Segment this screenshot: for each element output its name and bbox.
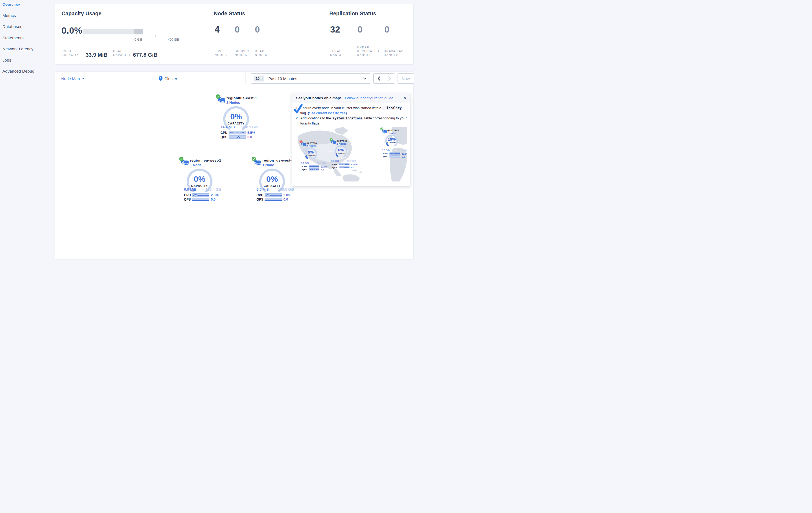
toolbar-divider xyxy=(245,73,246,84)
capacity-gauge: 9% CAPACITY xyxy=(303,146,318,161)
breadcrumb[interactable]: Cluster xyxy=(159,72,177,85)
region-nodes-link[interactable]: 2 Nodes xyxy=(226,101,240,105)
cpu-value: 12.3% xyxy=(402,153,407,155)
locality-name: geo=ams xyxy=(387,129,399,132)
step-text: Ensure every node in your cluster was st… xyxy=(300,106,382,110)
qps-value: 0.0 xyxy=(402,155,405,158)
capacity-total: 169.5 GiB xyxy=(278,187,294,191)
node-map-card: Node Map Cluster 10m Past 10 Minutes xyxy=(55,72,414,259)
svg-text:1: 1 xyxy=(300,141,302,143)
region-name: region=eu-west-1 xyxy=(190,158,221,162)
sidebar-item-metrics[interactable]: Metrics xyxy=(2,13,16,18)
popup-header: See your nodes on a map! Follow our conf… xyxy=(292,93,410,103)
setup-step-2: Add locations to the system.locations ta… xyxy=(296,116,407,126)
map-node-geo-nyc: geo=nyc 2 Nodes 6% CAPACITY 3.7 GiB 65.7… xyxy=(330,138,358,182)
cpu-label: CPU xyxy=(302,165,307,168)
qps-sparkline xyxy=(339,166,349,168)
region-nodes-link[interactable]: 1 Node xyxy=(190,163,201,167)
qps-value: 0.0 xyxy=(283,198,288,201)
capacity-caption: CAPACITY xyxy=(222,122,250,125)
sidebar-item-overview[interactable]: Overview xyxy=(2,2,20,7)
time-range-badge: 10m xyxy=(254,76,264,81)
sidebar-item-statements[interactable]: Statements xyxy=(2,35,23,40)
map-toolbar: Node Map Cluster 10m Past 10 Minutes xyxy=(55,72,413,85)
node-map-setup-popup: See your nodes on a map! Follow our conf… xyxy=(292,93,410,187)
healthy-status-icon xyxy=(380,128,383,131)
capacity-used: 14.4 MiB xyxy=(221,125,235,129)
sidebar-item-network-latency[interactable]: Network Latency xyxy=(2,47,33,51)
cpu-sparkline xyxy=(389,153,400,155)
map-node-geo-ams: geo=ams 1 Node 10% CAPACITY 3.6 GiB 34.4… xyxy=(381,128,407,174)
qps-label: QPS xyxy=(184,198,191,201)
dead-nodes-count: 0 xyxy=(255,24,260,35)
chevron-down-icon xyxy=(82,78,85,79)
region-widget-us-east-1[interactable]: region=us-east-1 2 Nodes 0% CAPACITY 14.… xyxy=(217,94,262,141)
capacity-tick xyxy=(173,35,173,37)
view-mode-dropdown[interactable]: Node Map xyxy=(61,72,85,85)
capacity-percent: 9% xyxy=(303,150,318,154)
cpu-label: CPU xyxy=(221,131,227,135)
sidebar-item-advanced-debug[interactable]: Advanced Debug xyxy=(2,69,34,74)
under-replicated-label: UNDER-REPLICATED RANGES xyxy=(357,46,384,57)
time-step-back-button[interactable] xyxy=(374,74,384,83)
region-name: region=us-west-1 xyxy=(262,158,294,162)
capacity-used: 3.7 GiB xyxy=(331,160,339,162)
time-range-label: Past 10 Minutes xyxy=(268,76,297,81)
qps-label: QPS xyxy=(221,135,227,139)
capacity-caption: CAPACITY xyxy=(384,142,399,143)
sidebar-item-databases[interactable]: Databases xyxy=(2,24,22,29)
locality-name: geo=nyc xyxy=(337,139,348,142)
view-mode-label: Node Map xyxy=(61,76,80,81)
system-locations-code: system.locations xyxy=(332,116,364,120)
blue-check-icon xyxy=(294,104,303,114)
replication-status-title: Replication Status xyxy=(329,10,376,17)
qps-label: QPS xyxy=(383,155,387,158)
capacity-tick-label-400: 400 GiB xyxy=(168,38,179,41)
time-step-forward-button[interactable] xyxy=(384,74,395,83)
live-nodes-count: 4 xyxy=(214,24,220,35)
step-text: ) xyxy=(346,111,347,115)
qps-value: 0.0 xyxy=(351,166,354,169)
capacity-used: 3.6 GiB xyxy=(382,149,389,152)
usable-capacity-label: USABLE CAPACITY xyxy=(113,49,134,57)
healthy-status-icon xyxy=(252,157,256,162)
capacity-total: 338.9 GiB xyxy=(242,125,258,129)
cpu-value: 42.5% xyxy=(351,163,357,166)
used-capacity-value: 33.9 MiB xyxy=(86,52,108,58)
cpu-value: 11.0% xyxy=(321,165,327,168)
sidebar-item-jobs[interactable]: Jobs xyxy=(2,58,11,63)
step-text: Add locations to the xyxy=(300,116,332,120)
capacity-used: 9.9 MiB xyxy=(184,187,196,191)
capacity-percent: 6% xyxy=(334,147,348,152)
region-widget-eu-west-1[interactable]: region=eu-west-1 1 Node 0% CAPACITY 9.9 … xyxy=(180,157,226,203)
breadcrumb-label: Cluster xyxy=(164,76,177,81)
qps-label: QPS xyxy=(332,166,337,168)
setup-steps: Ensure every node in your cluster was st… xyxy=(296,106,407,126)
capacity-total: 34.4 GiB xyxy=(398,149,407,152)
time-range-selector[interactable]: 10m Past 10 Minutes xyxy=(251,73,371,84)
capacity-bar-reserved-segment xyxy=(134,29,143,34)
example-node-map-image: 1 geo=sfo 2 Nodes xyxy=(297,127,407,182)
qps-value: 0.0 xyxy=(211,198,215,201)
locality-tree-link[interactable]: See current locality tree xyxy=(309,111,346,115)
capacity-gauge: 10% CAPACITY xyxy=(384,133,399,148)
node-status-title: Node Status xyxy=(214,10,245,17)
cpu-label: CPU xyxy=(332,163,337,166)
locality-flag-code: --locality xyxy=(382,106,402,110)
qps-label: QPS xyxy=(257,198,263,201)
capacity-caption: CAPACITY xyxy=(258,184,286,187)
unavailable-count: 0 xyxy=(384,24,389,35)
cpu-sparkline xyxy=(229,131,246,134)
capacity-caption: CAPACITY xyxy=(303,155,318,157)
total-ranges-label: TOTAL RANGES xyxy=(330,49,349,57)
cpu-value: 2.8% xyxy=(283,193,291,197)
region-name: region=us-east-1 xyxy=(226,96,257,100)
live-nodes-label: LIVE NODES xyxy=(214,49,233,57)
cpu-label: CPU xyxy=(184,193,191,197)
configuration-guide-link[interactable]: Follow our configuration guide xyxy=(345,96,393,100)
now-button[interactable]: Now xyxy=(398,73,414,84)
capacity-gauge: 6% CAPACITY xyxy=(334,144,348,159)
region-nodes-link[interactable]: 1 Node xyxy=(262,163,274,167)
close-icon[interactable]: ✕ xyxy=(403,96,406,100)
capacity-percent: 10% xyxy=(384,137,399,141)
